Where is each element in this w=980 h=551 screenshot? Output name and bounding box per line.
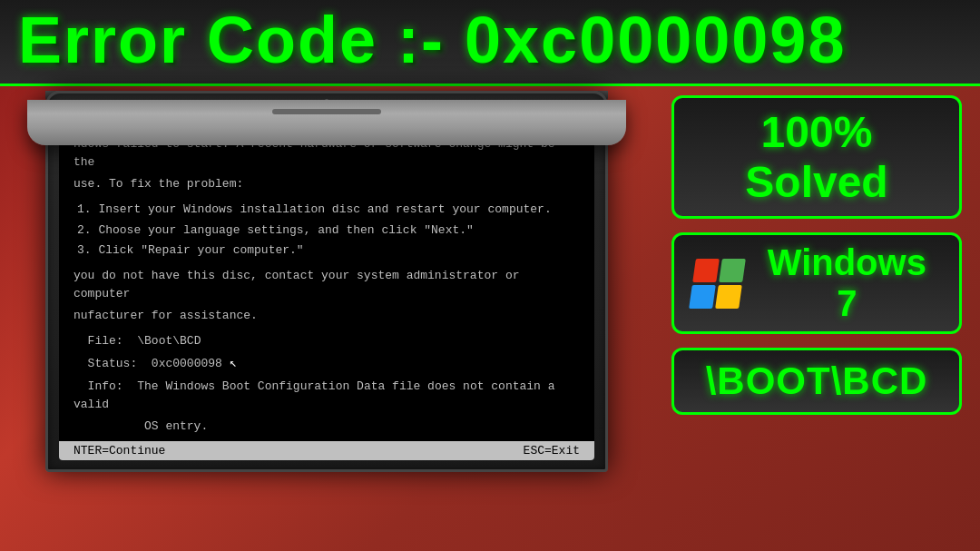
boot-line2: use. To fix the problem: <box>74 175 580 193</box>
solved-text: 100% Solved <box>692 107 941 207</box>
footer-right: ESC=Exit <box>524 444 580 458</box>
boot-screen: Windows Boot Manager ndows failed to sta… <box>59 104 594 460</box>
info-label: Info: <box>88 379 123 393</box>
right-panel: 100% Solved Windows 7 \BOOT\BCD <box>671 95 962 415</box>
laptop-screen-outer: Windows Boot Manager ndows failed to sta… <box>45 91 608 472</box>
boot-step3: 3. Click "Repair your computer." <box>77 241 580 260</box>
laptop-bottom <box>27 100 626 145</box>
info-value: The Windows Boot Configuration Data file… <box>74 379 555 411</box>
boot-status: Status: 0xc0000098 ↖ <box>74 354 580 374</box>
windows-logo-icon <box>689 259 745 309</box>
footer-left: NTER=Continue <box>74 444 165 458</box>
windows-text: Windows 7 <box>753 242 941 324</box>
windows-badge: Windows 7 <box>671 232 962 334</box>
boot-note2: nufacturer for assistance. <box>74 307 580 325</box>
boot-steps: 1. Insert your Windows installation disc… <box>74 201 580 259</box>
file-value: \Boot\BCD <box>137 334 201 348</box>
boot-info: Info: The Windows Boot Configuration Dat… <box>74 378 580 414</box>
cursor-icon: ↖ <box>230 354 237 374</box>
error-code-title: Error Code :- 0xc0000098 <box>18 7 962 73</box>
win-logo-blue <box>689 285 715 309</box>
boot-step2: 2. Choose your language settings, and th… <box>77 221 580 240</box>
laptop: Windows Boot Manager ndows failed to sta… <box>27 91 626 536</box>
bcd-text: \BOOT\BCD <box>692 359 941 403</box>
laptop-screen-inner: Windows Boot Manager ndows failed to sta… <box>59 104 594 460</box>
boot-step1: 1. Insert your Windows installation disc… <box>77 201 580 219</box>
status-label: Status: <box>88 357 138 370</box>
boot-footer: NTER=Continue ESC=Exit <box>59 441 594 460</box>
boot-content: ndows failed to start. A recent hardware… <box>59 124 594 451</box>
status-value: 0xc0000098 <box>152 357 222 370</box>
boot-info2: OS entry. <box>74 418 580 436</box>
boot-note1: you do not have this disc, contact your … <box>74 267 580 303</box>
win-logo-yellow <box>715 285 741 309</box>
bcd-badge: \BOOT\BCD <box>671 348 962 415</box>
win-logo-green <box>719 259 745 282</box>
boot-file: File: \Boot\BCD <box>74 332 580 350</box>
boot-info-section: File: \Boot\BCD Status: 0xc0000098 ↖ Inf… <box>74 332 580 436</box>
win-logo-red <box>692 259 719 282</box>
title-bar: Error Code :- 0xc0000098 <box>0 0 980 86</box>
solved-badge: 100% Solved <box>671 95 962 219</box>
file-label: File: <box>88 334 123 348</box>
laptop-trackpad-notch <box>272 109 381 114</box>
